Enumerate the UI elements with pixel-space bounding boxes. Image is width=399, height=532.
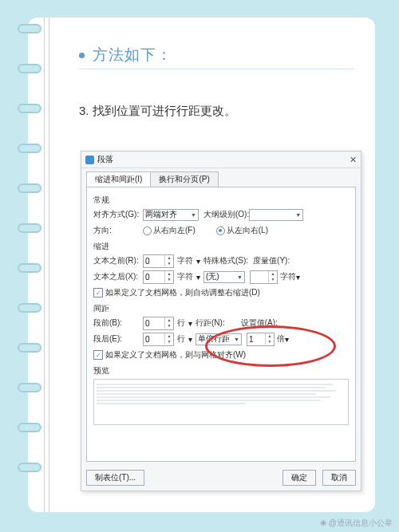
chevron-down-icon: ▼	[237, 274, 243, 280]
unit-char: 字符	[177, 271, 193, 282]
after-text-spinner[interactable]: 0▲▼	[143, 270, 174, 284]
binder-ring	[18, 64, 41, 73]
after-para-spinner[interactable]: 0▲▼	[143, 333, 174, 346]
auto-indent-label: 如果定义了文档网格，则自动调整右缩进(D)	[105, 287, 260, 298]
binder-ring	[18, 144, 41, 153]
dialog-title: 段落	[97, 154, 113, 165]
chevron-down-icon: ▼	[234, 337, 239, 342]
rule-line	[44, 18, 45, 512]
binder-ring	[18, 343, 41, 353]
before-para-spinner[interactable]: 0▲▼	[143, 317, 174, 330]
special-label: 特殊格式(S):	[203, 255, 248, 266]
unit-bei: 倍	[277, 333, 285, 345]
outline-select[interactable]: ▼	[249, 209, 303, 221]
radio-ltr-label: 从左向右(L)	[227, 225, 268, 236]
chevron-down-icon: ▼	[191, 212, 196, 218]
binder-ring	[18, 303, 41, 313]
chevron-down-icon: ▼	[295, 212, 301, 218]
snap-grid-label: 如果定义了文档网格，则与网格对齐(W)	[105, 349, 246, 361]
step-text: 3. 找到位置可进行行距更改。	[79, 104, 236, 119]
unit-line: 行	[177, 317, 185, 329]
section-indent: 缩进	[93, 241, 349, 252]
tabs-button[interactable]: 制表位(T)...	[86, 470, 144, 486]
title-text: 方法如下：	[93, 45, 172, 65]
line-spacing-select[interactable]: 单倍行距▼	[196, 333, 242, 345]
by-label: 度量值(Y):	[253, 255, 290, 266]
cancel-button[interactable]: 取消	[322, 470, 356, 486]
binder-ring	[18, 104, 41, 113]
binder-ring	[18, 183, 41, 193]
tab-line-breaks[interactable]: 换行和分页(P)	[150, 171, 218, 187]
paragraph-dialog: 段落 ✕ 缩进和间距(I) 换行和分页(P) 常规 对齐方式(G): 两端对齐▼…	[81, 151, 361, 491]
outline-label: 大纲级别(O):	[203, 209, 249, 220]
binder-ring	[18, 383, 41, 392]
binder-ring	[18, 223, 41, 233]
before-text-spinner[interactable]: 0▲▼	[143, 254, 174, 268]
dialog-titlebar: 段落 ✕	[81, 152, 361, 168]
line-spacing-label: 行距(N):	[196, 317, 225, 329]
binder-ring	[18, 24, 41, 33]
unit-line: 行	[177, 333, 185, 345]
auto-indent-checkbox[interactable]: ✓	[93, 288, 103, 298]
notebook-card: 方法如下： 3. 找到位置可进行行距更改。 段落 ✕ 缩进和间距(I) 换行和分…	[28, 18, 375, 512]
by-spinner[interactable]: ▲▼	[250, 270, 278, 284]
divider	[79, 69, 354, 69]
before-para-label: 段前(B):	[93, 317, 143, 329]
bullet-dot	[79, 53, 85, 58]
dialog-body: 常规 对齐方式(G): 两端对齐▼ 大纲级别(O): ▼ 方向: 从右向左(F)…	[86, 187, 356, 462]
binder-ring	[18, 423, 41, 432]
section-spacing: 间距	[93, 303, 349, 314]
unit-char: 字符	[177, 255, 193, 266]
direction-label: 方向:	[93, 225, 143, 236]
section-general: 常规	[93, 195, 349, 206]
snap-grid-checkbox[interactable]: ✓	[93, 350, 103, 360]
radio-rtl-label: 从右向左(F)	[153, 225, 196, 236]
section-title: 方法如下：	[79, 45, 172, 65]
section-preview: 预览	[93, 365, 349, 376]
radio-rtl[interactable]	[143, 227, 152, 235]
special-select[interactable]: (无)▼	[203, 271, 245, 283]
at-spinner[interactable]: 1▲▼	[247, 333, 275, 346]
preview-box	[93, 379, 349, 425]
alignment-select[interactable]: 两端对齐▼	[143, 209, 199, 221]
tab-indent-spacing[interactable]: 缩进和间距(I)	[86, 171, 151, 187]
rule-line	[49, 18, 49, 512]
before-text-label: 文本之前(R):	[93, 255, 143, 266]
after-para-label: 段后(E):	[93, 333, 143, 345]
close-icon[interactable]: ✕	[350, 155, 357, 165]
unit-char: 字符	[280, 271, 296, 282]
watermark: ❀ @通讯信息小公举	[320, 518, 393, 529]
dialog-buttons: 制表位(T)... 确定 取消	[81, 470, 361, 486]
binder-ring	[18, 263, 41, 273]
at-label: 设置值(A):	[241, 317, 278, 329]
tab-strip: 缩进和间距(I) 换行和分页(P)	[86, 171, 356, 187]
radio-ltr[interactable]	[216, 227, 225, 235]
alignment-label: 对齐方式(G):	[93, 209, 143, 220]
app-icon	[85, 156, 94, 164]
binder-ring	[18, 463, 41, 472]
after-text-label: 文本之后(X):	[93, 271, 143, 282]
ok-button[interactable]: 确定	[282, 470, 316, 486]
